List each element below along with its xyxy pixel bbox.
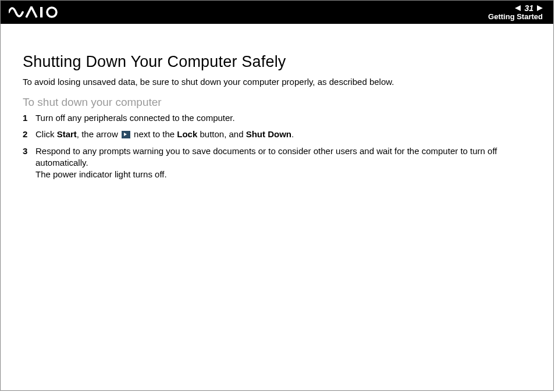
- section-name: Getting Started: [488, 13, 543, 21]
- document-page: 31 Getting Started Shutting Down Your Co…: [0, 0, 554, 391]
- svg-point-1: [47, 8, 56, 17]
- step-number: 3: [23, 145, 35, 157]
- bold-start: Start: [57, 129, 77, 139]
- step-text: Click Start, the arrow next to the Lock …: [35, 129, 540, 140]
- step-number: 1: [23, 112, 35, 124]
- content: Shutting Down Your Computer Safely To av…: [1, 24, 553, 180]
- bold-shutdown: Shut Down: [246, 129, 291, 139]
- page-number: 31: [523, 4, 535, 13]
- text: Click: [35, 129, 57, 139]
- nav-next-icon[interactable]: [537, 5, 543, 11]
- text-line: The power indicator light turns off.: [35, 169, 167, 179]
- sub-heading: To shut down your computer: [23, 96, 540, 109]
- step-text: Turn off any peripherals connected to th…: [35, 112, 540, 124]
- step-item: 1 Turn off any peripherals connected to …: [23, 112, 540, 124]
- steps-list: 1 Turn off any peripherals connected to …: [23, 112, 540, 180]
- text-line: Respond to any prompts warning you to sa…: [35, 146, 497, 168]
- text: .: [291, 129, 294, 139]
- step-item: 2 Click Start, the arrow next to the Loc…: [23, 129, 540, 140]
- intro-text: To avoid losing unsaved data, be sure to…: [23, 77, 540, 87]
- nav-prev-icon[interactable]: [515, 5, 521, 11]
- step-number: 2: [23, 129, 35, 140]
- step-text: Respond to any prompts warning you to sa…: [35, 145, 540, 181]
- arrow-icon: [122, 131, 130, 138]
- svg-rect-0: [40, 7, 42, 17]
- page-title: Shutting Down Your Computer Safely: [23, 53, 540, 71]
- text: button, and: [197, 129, 246, 139]
- text: next to the: [131, 129, 177, 139]
- step-item: 3 Respond to any prompts warning you to …: [23, 145, 540, 181]
- header-nav: 31 Getting Started: [488, 4, 543, 20]
- page-nav-row: 31: [515, 4, 543, 13]
- vaio-logo: [9, 6, 65, 18]
- text: , the arrow: [77, 129, 120, 139]
- header-bar: 31 Getting Started: [1, 1, 553, 24]
- bold-lock: Lock: [177, 129, 197, 139]
